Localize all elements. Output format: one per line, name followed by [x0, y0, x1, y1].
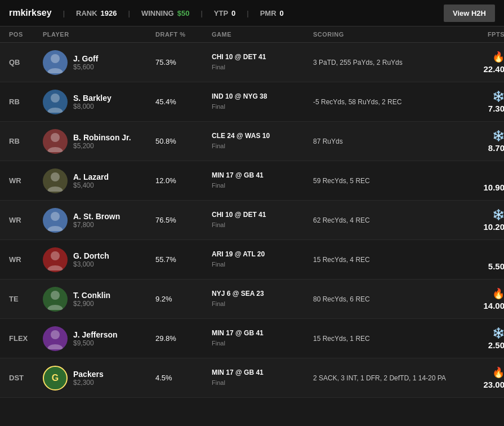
table-row: QB J. Goff $5,600 75.3% CHI 10 @ DET 41 … — [0, 43, 504, 82]
table-row: FLEX J. Jefferson $9,500 29.8% MIN 17 @ … — [0, 319, 504, 358]
player-salary: $5,400 — [73, 181, 109, 189]
player-name: G. Dortch — [73, 251, 109, 260]
player-salary: $8,000 — [73, 103, 111, 110]
game-score: MIN 17 @ GB 41 — [212, 328, 313, 339]
game-score: CLE 24 @ WAS 10 — [212, 131, 313, 141]
winning-value: $50 — [177, 9, 190, 17]
player-salary: $5,600 — [73, 63, 98, 71]
scoring: 3 PaTD, 255 PaYds, 2 RuYds — [313, 57, 448, 68]
game-final: Final — [212, 299, 313, 309]
draft-pct: 12.0% — [155, 176, 212, 185]
game-final: Final — [212, 181, 313, 191]
position: RB — [9, 97, 43, 106]
winning-stat: WINNING $50 — [141, 9, 189, 17]
game-cell: MIN 17 @ GB 41 Final — [212, 367, 313, 388]
col-scoring: SCORING — [313, 31, 448, 38]
svg-point-3 — [51, 172, 60, 181]
player-info: G. Dortch $3,000 — [73, 251, 109, 268]
position: TE — [9, 295, 43, 303]
fpts-value: 14.00 — [483, 301, 504, 310]
table-row: WR A. St. Brown $7,800 76.5% CHI 10 @ DE… — [0, 201, 504, 240]
svg-point-5 — [51, 251, 60, 260]
game-cell: CHI 10 @ DET 41 Final — [212, 52, 313, 73]
game-cell: IND 10 @ NYG 38 Final — [212, 91, 313, 112]
player-cell: A. St. Brown $7,800 — [43, 208, 155, 233]
scoring: 15 RecYds, 1 REC — [313, 334, 448, 344]
draft-pct: 4.5% — [155, 374, 212, 382]
col-player: PLAYER — [43, 31, 155, 38]
svg-point-1 — [51, 94, 60, 103]
svg-point-7 — [51, 330, 60, 339]
fpts-cell: ❄️ 8.70 — [448, 130, 504, 153]
player-salary: $9,500 — [73, 339, 118, 347]
hot-icon: 🔥 — [492, 287, 504, 300]
player-info: B. Robinson Jr. $5,200 — [73, 133, 131, 150]
player-cell: G Packers $2,300 — [43, 366, 155, 390]
winning-label: WINNING — [141, 9, 174, 17]
avatar — [43, 326, 68, 351]
player-salary: $2,300 — [73, 379, 104, 387]
game-cell: CLE 24 @ WAS 10 Final — [212, 131, 313, 152]
ytp-stat: YTP 0 — [214, 9, 236, 17]
col-fpts: FPTS — [448, 31, 504, 38]
fpts-value: 23.00 — [483, 380, 504, 389]
player-cell: J. Goff $5,600 — [43, 50, 155, 75]
hot-icon: 🔥 — [492, 51, 504, 63]
position: FLEX — [9, 334, 43, 343]
fpts-value: 2.50 — [488, 340, 504, 350]
player-cell: B. Robinson Jr. $5,200 — [43, 129, 155, 154]
fpts-value: 10.20 — [483, 222, 504, 232]
game-score: MIN 17 @ GB 41 — [212, 170, 313, 181]
rank-label: RANK — [76, 9, 97, 17]
player-info: T. Conklin $2,900 — [73, 291, 110, 308]
scoring: 80 RecYds, 6 REC — [313, 294, 448, 304]
player-name: J. Jefferson — [73, 330, 118, 339]
table-row: RB S. Barkley $8,000 45.4% IND 10 @ NYG … — [0, 82, 504, 122]
h2h-button[interactable]: View H2H — [444, 5, 495, 22]
game-final: Final — [212, 378, 313, 388]
pmr-label: PMR — [260, 9, 276, 17]
svg-point-0 — [51, 54, 60, 63]
fpts-value: 10.90 — [483, 183, 504, 192]
position: RB — [9, 137, 43, 145]
rank-stat: RANK 1926 — [76, 9, 117, 17]
avatar — [43, 90, 68, 114]
ytp-value: 0 — [231, 9, 235, 17]
game-final: Final — [212, 220, 313, 230]
header: rmkirksey | RANK 1926 | WINNING $50 | YT… — [0, 0, 504, 26]
game-cell: NYJ 6 @ SEA 23 Final — [212, 289, 313, 309]
game-score: MIN 17 @ GB 41 — [212, 367, 313, 378]
fpts-value: 8.70 — [488, 143, 504, 153]
col-game: GAME — [212, 31, 313, 38]
player-cell: A. Lazard $5,400 — [43, 168, 155, 193]
hot-icon: 🔥 — [492, 366, 504, 379]
player-cell: J. Jefferson $9,500 — [43, 326, 155, 351]
player-info: Packers $2,300 — [73, 370, 104, 387]
player-name: Packers — [73, 370, 104, 379]
player-name: J. Goff — [73, 54, 98, 63]
avatar — [43, 50, 68, 75]
fpts-value: 22.40 — [483, 64, 504, 74]
position: WR — [9, 255, 43, 264]
player-salary: $7,800 — [73, 221, 120, 229]
player-info: A. Lazard $5,400 — [73, 172, 109, 189]
scoring: 2 SACK, 3 INT, 1 DFR, 2 DefTD, 1 14-20 P… — [313, 373, 448, 383]
fpts-cell: ❄️ 7.30 — [448, 90, 504, 113]
fpts-cell: ❄️ 2.50 — [448, 327, 504, 350]
team-logo: G — [43, 366, 68, 390]
avatar — [43, 247, 68, 272]
game-cell: MIN 17 @ GB 41 Final — [212, 170, 313, 191]
game-score: IND 10 @ NYG 38 — [212, 91, 313, 102]
table-row: WR A. Lazard $5,400 12.0% MIN 17 @ GB 41… — [0, 161, 504, 201]
draft-pct: 50.8% — [155, 137, 212, 145]
player-salary: $5,200 — [73, 142, 131, 150]
fpts-cell: 🔥 10.90 — [448, 169, 504, 192]
draft-pct: 29.8% — [155, 334, 212, 343]
player-cell: G. Dortch $3,000 — [43, 247, 155, 272]
fpts-cell: ❄️ 10.20 — [448, 208, 504, 232]
scoring: 15 RecYds, 4 REC — [313, 255, 448, 265]
game-cell: MIN 17 @ GB 41 Final — [212, 328, 313, 349]
player-name: A. Lazard — [73, 172, 109, 181]
fpts-cell: 🔥 23.00 — [448, 366, 504, 389]
player-name: B. Robinson Jr. — [73, 133, 131, 142]
